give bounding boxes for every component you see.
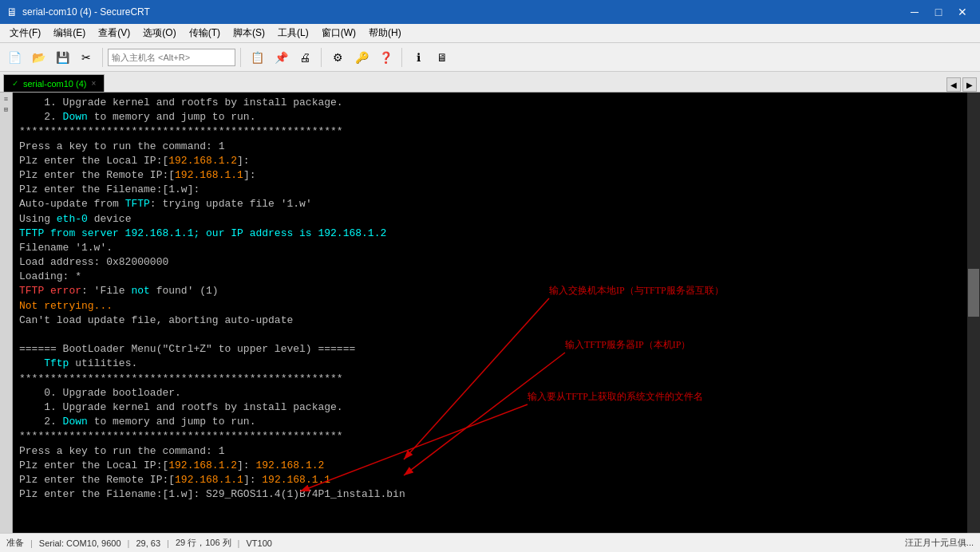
term-line-15: Not retrying... <box>19 299 974 313</box>
toolbar-sep2 <box>240 48 241 67</box>
menu-options[interactable]: 选项(O) <box>136 24 182 42</box>
term-line-16: Can't load update file, aborting auto-up… <box>19 313 974 328</box>
term-line-19: Tftp utilities. <box>19 357 974 371</box>
tab-close-btn[interactable]: × <box>91 79 96 88</box>
term-line-28: Plz enter the Filename:[1.w]: S29_RGOS11… <box>19 487 974 502</box>
term-line-6: Plz enter the Remote IP:[192.168.1.1]: <box>19 168 974 183</box>
term-line-11: Filename '1.w'. <box>19 241 974 255</box>
window-controls: ─ □ ✕ <box>903 2 974 22</box>
scrollbar-thumb[interactable] <box>968 269 979 317</box>
terminal[interactable]: 1. Upgrade kernel and rootfs by install … <box>13 93 980 533</box>
toolbar-sep4 <box>401 48 402 67</box>
menu-script[interactable]: 脚本(S) <box>227 24 271 42</box>
sidebar-icon2[interactable]: ⊞ <box>4 105 8 114</box>
toolbar: 📄 📂 💾 ✂ 📋 📌 🖨 ⚙ 🔑 ❓ ℹ 🖥 <box>0 43 980 72</box>
terminal-container: 1. Upgrade kernel and rootfs by install … <box>13 93 980 533</box>
term-line-4: Press a key to run the command: 1 <box>19 140 974 154</box>
status-bar: 准备 | Serial: COM10, 9600 | 29, 63 | 29 行… <box>0 533 980 552</box>
toolbar-key-btn[interactable]: 🔑 <box>350 46 373 69</box>
term-line-2: 2. Down to memory and jump to run. <box>19 110 974 124</box>
status-position: 29, 63 <box>136 538 160 548</box>
title-bar: 🖥 serial-com10 (4) - SecureCRT ─ □ ✕ <box>0 0 980 24</box>
menu-view[interactable]: 查看(V) <box>92 24 136 42</box>
menu-bar: 文件(F) 编辑(E) 查看(V) 选项(O) 传输(T) 脚本(S) 工具(L… <box>0 24 980 43</box>
menu-transfer[interactable]: 传输(T) <box>183 24 227 42</box>
toolbar-help-btn[interactable]: ❓ <box>374 46 397 69</box>
menu-file[interactable]: 文件(F) <box>3 24 47 42</box>
toolbar-info-btn[interactable]: ℹ <box>407 46 429 69</box>
left-sidebar: ≡ ⊞ <box>0 93 13 533</box>
toolbar-paste-btn[interactable]: 📌 <box>270 46 292 69</box>
term-line-7: Plz enter the Filename:[1.w]: <box>19 183 974 197</box>
status-sep3: | <box>167 538 169 548</box>
term-line-12: Load address: 0x82000000 <box>19 255 974 270</box>
maximize-button[interactable]: □ <box>927 2 950 22</box>
status-sep2: | <box>128 538 130 548</box>
toolbar-sep3 <box>321 48 322 67</box>
term-line-10: TFTP from server 192.168.1.1; our IP add… <box>19 227 974 241</box>
term-line-1: 1. Upgrade kernel and rootfs by install … <box>19 96 974 110</box>
app-icon: 🖥 <box>6 6 18 18</box>
toolbar-print-btn[interactable]: 🖨 <box>294 46 316 69</box>
term-line-9: Using eth-0 device <box>19 212 974 227</box>
tab-prev-btn[interactable]: ◀ <box>946 77 961 92</box>
term-line-17 <box>19 328 974 342</box>
scrollbar[interactable] <box>967 93 980 533</box>
tab-label: serial-com10 (4) <box>23 79 86 89</box>
menu-help[interactable]: 帮助(H) <box>362 24 408 42</box>
menu-window[interactable]: 窗口(W) <box>315 24 362 42</box>
minimize-button[interactable]: ─ <box>903 2 926 22</box>
menu-tools[interactable]: 工具(L) <box>271 24 315 42</box>
status-sep4: | <box>238 538 240 548</box>
tab-bar: ✓ serial-com10 (4) × ◀ ▶ <box>0 72 980 93</box>
toolbar-btn3[interactable]: 💾 <box>51 46 73 69</box>
toolbar-new-btn[interactable]: 📄 <box>3 46 26 69</box>
status-mode: VT100 <box>246 538 271 548</box>
status-serial: Serial: COM10, 9600 <box>39 538 121 548</box>
toolbar-open-btn[interactable]: 📂 <box>27 46 49 69</box>
toolbar-btn4[interactable]: ✂ <box>75 46 97 69</box>
toolbar-screen-btn[interactable]: 🖥 <box>431 46 453 69</box>
term-line-18: ====== BootLoader Menu("Ctrl+Z" to upper… <box>19 342 974 357</box>
term-line-13: Loading: * <box>19 270 974 284</box>
term-line-24: ****************************************… <box>19 429 974 444</box>
window-title: serial-com10 (4) - SecureCRT <box>22 6 150 18</box>
status-watermark: 汪正月十元旦俱... <box>905 537 974 549</box>
term-line-27: Plz enter the Remote IP:[192.168.1.1]: 1… <box>19 473 974 487</box>
toolbar-settings-btn[interactable]: ⚙ <box>326 46 349 69</box>
menu-edit[interactable]: 编辑(E) <box>47 24 92 42</box>
sidebar-icon1[interactable]: ≡ <box>4 96 8 104</box>
close-button[interactable]: ✕ <box>951 2 974 22</box>
term-line-22: 1. Upgrade kernel and rootfs by install … <box>19 400 974 415</box>
status-row-col: 29 行，106 列 <box>176 537 231 549</box>
status-sep1: | <box>30 538 33 548</box>
term-line-23: 2. Down to memory and jump to run. <box>19 415 974 429</box>
toolbar-sep1 <box>102 48 103 67</box>
term-line-14: TFTP error: 'File not found' (1) <box>19 284 974 298</box>
term-line-5: Plz enter the Local IP:[192.168.1.2]: <box>19 154 974 168</box>
term-line-25: Press a key to run the command: 1 <box>19 444 974 459</box>
toolbar-copy-btn[interactable]: 📋 <box>246 46 268 69</box>
status-ready: 准备 <box>6 537 24 549</box>
term-line-26: Plz enter the Local IP:[192.168.1.2]: 19… <box>19 459 974 473</box>
hostname-input[interactable] <box>108 49 235 66</box>
term-line-8: Auto-update from TFTP: trying update fil… <box>19 197 974 211</box>
tab-serial-com10[interactable]: ✓ serial-com10 (4) × <box>3 74 105 92</box>
term-line-3: ****************************************… <box>19 124 974 139</box>
term-line-21: 0. Upgrade bootloader. <box>19 386 974 400</box>
tab-navigation: ◀ ▶ <box>946 77 977 92</box>
tab-next-btn[interactable]: ▶ <box>962 77 977 92</box>
term-line-20: ****************************************… <box>19 372 974 386</box>
